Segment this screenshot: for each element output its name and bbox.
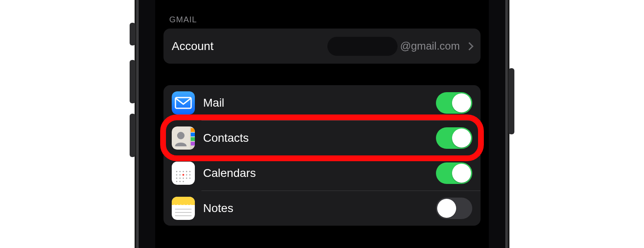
account-row[interactable]: Account @gmail.com	[163, 29, 481, 64]
notes-row: Notes	[163, 191, 481, 226]
mail-icon	[172, 91, 195, 114]
phone-screen: GMAIL Account @gmail.com	[155, 0, 489, 248]
contacts-row: Contacts	[163, 120, 481, 155]
svg-point-12	[180, 171, 181, 172]
contacts-icon	[172, 126, 195, 150]
mail-toggle[interactable]	[436, 92, 472, 114]
contacts-label: Contacts	[203, 131, 249, 145]
svg-point-19	[189, 174, 191, 175]
svg-rect-10	[172, 162, 195, 168]
svg-point-21	[180, 177, 181, 179]
svg-rect-5	[191, 133, 195, 136]
svg-point-18	[186, 174, 187, 175]
side-button	[509, 68, 514, 134]
contacts-toggle[interactable]	[436, 127, 472, 149]
svg-rect-6	[191, 137, 195, 141]
account-value: @gmail.com	[400, 40, 460, 52]
svg-point-26	[180, 181, 181, 182]
phone-frame: GMAIL Account @gmail.com	[135, 0, 509, 248]
account-label: Account	[172, 40, 213, 53]
svg-point-24	[189, 177, 191, 179]
svg-point-27	[183, 181, 184, 182]
svg-point-23	[186, 177, 187, 179]
svg-point-13	[183, 171, 184, 172]
svg-point-22	[183, 177, 184, 179]
svg-point-20	[176, 177, 178, 179]
calendar-icon	[172, 162, 195, 185]
account-group: Account @gmail.com	[163, 29, 481, 64]
svg-point-8	[177, 132, 185, 139]
mute-switch	[130, 23, 135, 45]
calendars-label: Calendars	[203, 167, 256, 180]
svg-rect-30	[172, 197, 195, 205]
section-header-gmail: GMAIL	[163, 4, 481, 29]
account-redacted	[327, 37, 398, 56]
svg-point-28	[182, 174, 184, 175]
svg-rect-4	[191, 128, 195, 132]
mail-label: Mail	[203, 96, 224, 110]
svg-rect-7	[191, 142, 195, 145]
calendars-row: Calendars	[163, 155, 481, 191]
volume-down-button	[130, 114, 135, 157]
notes-toggle[interactable]	[436, 198, 472, 219]
volume-up-button	[130, 60, 135, 103]
svg-point-25	[176, 181, 178, 182]
mail-row: Mail	[163, 85, 481, 120]
calendars-toggle[interactable]	[436, 162, 472, 184]
chevron-right-icon	[465, 42, 474, 50]
notes-label: Notes	[203, 202, 233, 215]
svg-point-17	[180, 174, 181, 175]
svg-point-16	[176, 174, 178, 175]
svg-point-11	[176, 171, 178, 172]
services-group: Mail	[163, 85, 481, 226]
svg-point-15	[189, 171, 191, 172]
svg-point-14	[186, 171, 187, 172]
notes-icon	[172, 197, 195, 220]
